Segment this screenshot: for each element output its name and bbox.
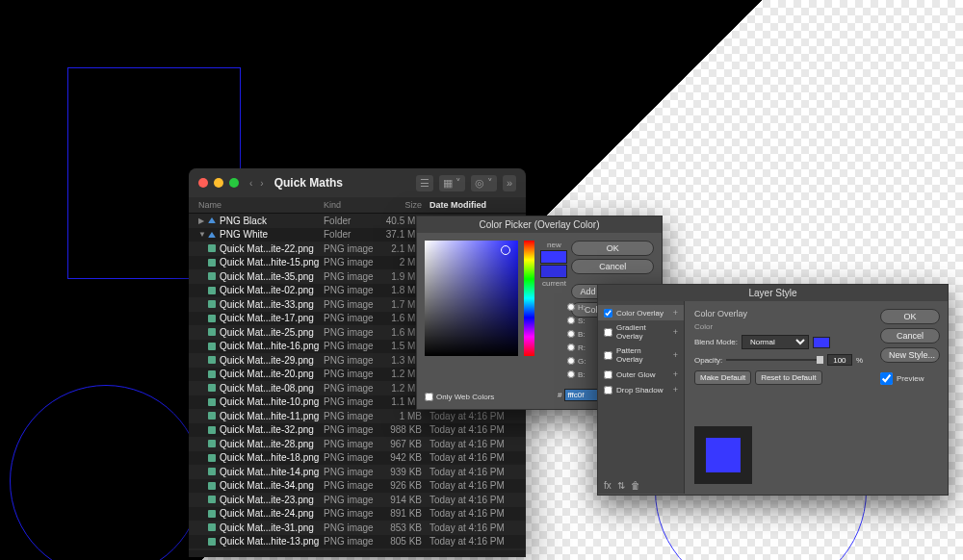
saturation-field[interactable] [425, 241, 518, 356]
effect-item[interactable]: Gradient Overlay+ [598, 320, 684, 344]
plus-icon[interactable]: + [673, 350, 678, 360]
file-row[interactable]: Quick Mat...ite-31.pngPNG image853 KBTod… [189, 521, 526, 535]
opacity-slider[interactable] [726, 359, 823, 361]
hex-label: # [558, 391, 561, 399]
file-row[interactable]: Quick Mat...ite-32.pngPNG image988 KBTod… [189, 423, 526, 438]
share-icon[interactable]: » [503, 175, 516, 191]
blend-mode-select[interactable]: Normal [742, 335, 809, 349]
section-title: Color Overlay [694, 309, 863, 318]
file-row[interactable]: Quick Mat...ite-24.pngPNG image891 KBTod… [189, 507, 526, 522]
section-sub: Color [694, 322, 863, 331]
reset-default-button[interactable]: Reset to Default [755, 370, 821, 385]
effect-item[interactable]: Outer Glow+ [598, 367, 684, 382]
header-size[interactable]: Size [381, 200, 429, 210]
trash-icon[interactable]: 🗑 [631, 480, 640, 491]
finder-toolbar: ‹ › Quick Maths ☰ ▦ ˅ ◎ ˅ » [189, 168, 526, 197]
plus-icon[interactable]: + [673, 308, 678, 318]
blend-mode-label: Blend Mode: [694, 338, 738, 346]
plus-icon[interactable]: + [673, 369, 678, 379]
chevron-up-down-icon[interactable]: ⇅ [617, 480, 625, 491]
color-mode-radio[interactable] [567, 357, 575, 365]
cancel-button[interactable]: Cancel [571, 259, 654, 274]
file-row[interactable]: Quick Mat...hite-11.pngPNG image1 MBToda… [189, 409, 526, 423]
back-button[interactable]: ‹ [247, 178, 255, 189]
maximize-icon[interactable] [229, 178, 239, 188]
only-web-colors-label: Only Web Colors [436, 393, 494, 401]
preview-label: Preview [897, 374, 924, 383]
group-icon[interactable]: ◎ ˅ [471, 175, 497, 191]
file-row[interactable]: Quick Mat...ite-34.pngPNG image926 KBTod… [189, 479, 526, 494]
ok-button[interactable]: OK [571, 241, 654, 256]
header-date[interactable]: Date Modified [429, 200, 516, 210]
current-label: current [542, 279, 566, 288]
dialog-title: Layer Style [598, 285, 948, 301]
effect-checkbox[interactable] [604, 309, 612, 318]
preview-box [694, 426, 752, 484]
current-color-swatch [540, 265, 567, 278]
effect-checkbox[interactable] [604, 386, 612, 395]
file-row[interactable]: Quick Mat...hite-12.pngPNG image776 KBTo… [189, 548, 526, 550]
minimize-icon[interactable] [214, 178, 223, 188]
plus-icon[interactable]: + [673, 385, 678, 395]
ok-button[interactable]: OK [880, 309, 940, 324]
hue-slider[interactable] [524, 241, 534, 356]
color-mode-radio[interactable] [567, 370, 575, 378]
header-name[interactable]: Name [198, 200, 324, 210]
opacity-input[interactable] [827, 354, 852, 366]
only-web-colors-checkbox[interactable] [425, 393, 433, 401]
new-color-swatch [540, 250, 567, 264]
plus-icon[interactable]: + [673, 327, 678, 337]
file-row[interactable]: Quick Mat...ite-23.pngPNG image914 KBTod… [189, 493, 526, 507]
effect-checkbox[interactable] [604, 370, 612, 379]
window-title: Quick Maths [274, 176, 343, 190]
header-kind[interactable]: Kind [324, 200, 381, 210]
column-headers[interactable]: Name Kind Size Date Modified [189, 197, 526, 214]
opacity-unit: % [856, 356, 863, 365]
file-row[interactable]: Quick Mat...ite-28.pngPNG image967 KBTod… [189, 437, 526, 451]
list-view-icon[interactable]: ☰ [416, 175, 433, 191]
effect-item[interactable]: Drop Shadow+ [598, 382, 684, 397]
color-mode-radio[interactable] [567, 344, 575, 351]
fx-icon[interactable]: fx [604, 480, 612, 491]
file-row[interactable]: Quick Mat...hite-13.pngPNG image805 KBTo… [189, 535, 526, 549]
color-mode-radio[interactable] [567, 317, 575, 324]
close-icon[interactable] [198, 178, 208, 188]
layer-style-dialog: Layer Style Color Overlay+Gradient Overl… [597, 284, 949, 496]
grid-view-icon[interactable]: ▦ ˅ [439, 175, 465, 191]
dialog-title: Color Picker (Overlay Color) [417, 216, 662, 233]
forward-button[interactable]: › [257, 178, 266, 189]
effect-item[interactable]: Color Overlay+ [598, 305, 684, 320]
color-mode-radio[interactable] [567, 330, 575, 338]
opacity-label: Opacity: [694, 356, 722, 365]
make-default-button[interactable]: Make Default [694, 370, 751, 385]
preview-checkbox[interactable] [880, 372, 893, 385]
effect-item[interactable]: Pattern Overlay+ [598, 344, 684, 367]
file-row[interactable]: Quick Mat...hite-14.pngPNG image939 KBTo… [189, 465, 526, 479]
effects-list: Color Overlay+Gradient Overlay+Pattern O… [598, 301, 685, 494]
effect-checkbox[interactable] [604, 328, 612, 337]
new-label: new [547, 241, 561, 249]
new-style-button[interactable]: New Style... [880, 347, 940, 363]
overlay-color-swatch[interactable] [813, 337, 830, 348]
cancel-button[interactable]: Cancel [880, 328, 940, 344]
color-mode-radio[interactable] [567, 303, 575, 311]
effect-checkbox[interactable] [604, 351, 612, 360]
file-row[interactable]: Quick Mat...hite-18.pngPNG image942 KBTo… [189, 451, 526, 466]
